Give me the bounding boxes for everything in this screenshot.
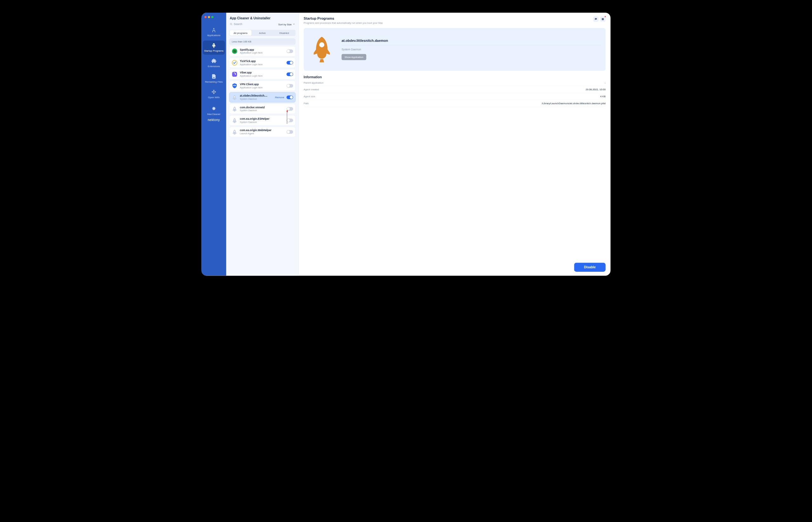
list-item[interactable]: com.ea.origin.ESHelper System Daemon <box>229 115 296 125</box>
search-icon <box>230 23 233 26</box>
info-row: Agent size4 KB <box>304 93 606 100</box>
sort-label: Sort by Size <box>278 23 292 26</box>
sidebar-item-label: MacCleaner <box>207 113 220 116</box>
list-item[interactable]: com.docker.vmnetd System Daemon <box>229 104 296 114</box>
sidebar-item-label: Startup Programs <box>204 49 224 52</box>
detail-subtitle: Programs and processes that automaticall… <box>304 22 383 24</box>
sidebar-item-maccleaner[interactable]: MacCleaner <box>203 104 225 118</box>
search-input[interactable] <box>234 23 276 26</box>
enable-toggle[interactable] <box>287 84 293 87</box>
list-item[interactable]: Viber.app Application Login Item <box>229 69 296 79</box>
vpn-icon: VPN <box>232 83 238 89</box>
info-key: Path <box>304 102 309 105</box>
rocket-icon <box>232 118 238 123</box>
programs-list: Spotify.app Application Login Item TickT… <box>226 45 298 276</box>
info-row: Path/Library/LaunchDaemons/at.obdev.litt… <box>304 100 606 107</box>
sidebar-item-remaining-files[interactable]: Remaining Files <box>203 72 225 86</box>
item-name: VPN Client.app <box>240 83 284 86</box>
enable-toggle[interactable] <box>287 96 293 99</box>
size-group-label: Less than 100 KB <box>229 38 296 45</box>
rocket-icon <box>232 106 238 112</box>
info-title: Information <box>304 75 606 79</box>
hero-name: at.obdev.littlesnitch.daemon <box>342 39 601 45</box>
news-button[interactable] <box>600 16 606 22</box>
sidebar-item-startup-programs[interactable]: Startup Programs <box>203 41 225 55</box>
item-subtitle: System Daemon <box>240 109 284 112</box>
sidebar-item-label: Applications <box>207 34 220 37</box>
item-name: com.ea.origin.WebHelper <box>240 129 284 132</box>
sort-dropdown[interactable]: Sort by Size <box>278 23 295 26</box>
info-value: 29.08.2022, 10:00 <box>586 88 606 91</box>
sidebar-item-extensions[interactable]: Extensions <box>203 56 225 70</box>
info-row: Agent created29.08.2022, 10:00 <box>304 86 606 93</box>
tab-disabled[interactable]: Disabled <box>273 30 295 36</box>
rocket-icon <box>232 94 238 100</box>
list-item[interactable]: Spotify.app Application Login Item <box>229 46 296 56</box>
info-key: Agent size <box>304 95 315 98</box>
spotify-icon <box>232 48 238 54</box>
list-panel: App Cleaner & Uninstaller Sort by Size A… <box>226 13 299 276</box>
svg-point-6 <box>234 108 235 109</box>
window-controls <box>205 16 214 18</box>
ticktick-icon <box>232 60 238 66</box>
hero-card: at.obdev.littlesnitch.daemon System Daem… <box>304 28 606 71</box>
remove-button[interactable]: Remove <box>275 96 284 99</box>
rocket-icon <box>232 129 238 135</box>
info-key: Parent application <box>304 81 323 84</box>
sidebar-nav: Applications Startup Programs Extensions… <box>201 25 226 118</box>
sidebar-item-applications[interactable]: Applications <box>203 25 225 39</box>
svg-point-8 <box>234 131 235 132</box>
item-name: Viber.app <box>240 71 284 74</box>
item-name: com.docker.vmnetd <box>240 106 284 109</box>
svg-point-9 <box>319 42 324 47</box>
item-subtitle: Launch Agent <box>240 133 284 135</box>
list-item[interactable]: TickTick.app Application Login Item <box>229 58 296 68</box>
close-icon[interactable] <box>205 16 207 18</box>
rocket-icon <box>309 33 335 66</box>
item-name: at.obdev.littlesnitch.... <box>240 94 273 97</box>
viber-icon <box>232 71 238 77</box>
item-name: Spotify.app <box>240 48 284 51</box>
item-subtitle: Application Login Item <box>240 63 284 65</box>
enable-toggle[interactable] <box>287 118 293 122</box>
app-window: Applications Startup Programs Extensions… <box>201 13 611 276</box>
detail-panel: Startup Programs Programs and processes … <box>298 13 611 276</box>
enable-toggle[interactable] <box>287 61 293 64</box>
enable-toggle[interactable] <box>287 107 293 111</box>
show-application-button[interactable]: Show Application <box>342 54 366 60</box>
maximize-icon[interactable] <box>211 16 214 18</box>
sidebar-item-label: Extensions <box>208 65 220 68</box>
panel-title: App Cleaner & Uninstaller <box>230 16 295 20</box>
enable-toggle[interactable] <box>287 49 293 53</box>
item-subtitle: System Daemon <box>240 98 273 100</box>
detail-title: Startup Programs <box>304 16 383 21</box>
item-name: TickTick.app <box>240 60 284 63</box>
item-name: com.ea.origin.ESHelper <box>240 118 284 120</box>
item-subtitle: Application Login Item <box>240 52 284 54</box>
sidebar-item-open-with[interactable]: Open With <box>203 87 225 101</box>
svg-rect-3 <box>232 72 237 77</box>
chat-button[interactable] <box>593 16 599 22</box>
list-item[interactable]: at.obdev.littlesnitch.... System Daemon … <box>229 92 296 102</box>
list-item[interactable]: VPN VPN Client.app Application Login Ite… <box>229 81 296 91</box>
search-box <box>230 23 276 26</box>
chevron-down-icon <box>293 23 295 25</box>
item-subtitle: System Daemon <box>240 121 284 123</box>
sidebar-item-label: Remaining Files <box>205 80 223 83</box>
svg-point-5 <box>234 96 235 98</box>
info-value: - <box>605 81 606 84</box>
enable-toggle[interactable] <box>287 73 293 76</box>
sidebar: Applications Startup Programs Extensions… <box>201 13 226 276</box>
info-key: Agent created <box>304 88 319 91</box>
tab-active[interactable]: Active <box>251 30 273 36</box>
hero-type: System Daemon <box>342 48 601 51</box>
disable-button[interactable]: Disable <box>574 263 605 272</box>
minimize-icon[interactable] <box>208 16 210 18</box>
enable-toggle[interactable] <box>287 130 293 134</box>
item-subtitle: Application Login Item <box>240 86 284 89</box>
filter-tabs: All programs Active Disabled <box>229 30 296 36</box>
info-value: /Library/LaunchDaemons/at.obdev.littlesn… <box>542 102 605 105</box>
list-item[interactable]: com.ea.origin.WebHelper Launch Agent <box>229 127 296 137</box>
info-table: Parent application-Agent created29.08.20… <box>304 79 606 107</box>
tab-all-programs[interactable]: All programs <box>230 30 252 36</box>
